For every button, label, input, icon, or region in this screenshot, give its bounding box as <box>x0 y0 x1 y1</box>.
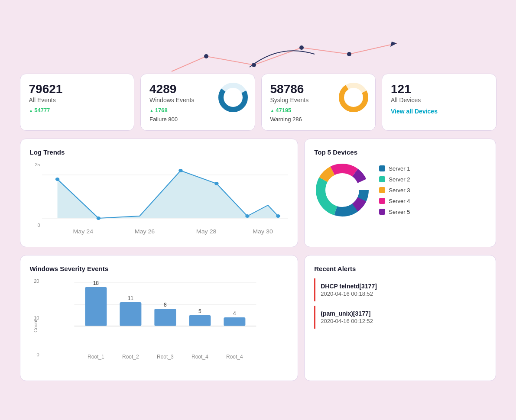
top5-title: Top 5 Devices <box>314 149 486 156</box>
dashboard: 79621 All Events 54777 4289 Windows Even… <box>20 39 497 381</box>
charts-row: Log Trends 25 0 <box>20 139 497 247</box>
y-label-0: 0 <box>37 223 40 228</box>
svg-point-16 <box>245 214 249 218</box>
bar-y-0: 0 <box>36 352 39 357</box>
alert-item-1: DHCP telnetd[3177] 2020-04-16 00:18:52 <box>314 278 486 301</box>
recent-alerts-card: Recent Alerts DHCP telnetd[3177] 2020-04… <box>304 255 496 381</box>
svg-marker-0 <box>390 42 397 47</box>
bar-chart-container: 18 Root_1 11 Root_2 8 Root_3 5 Root_4 <box>42 278 289 374</box>
alert-1-time: 2020-04-16 00:18:52 <box>321 291 486 297</box>
svg-text:Root_4: Root_4 <box>226 354 243 360</box>
svg-text:Root_2: Root_2 <box>122 354 139 360</box>
stat-cards: 79621 All Events 54777 4289 Windows Even… <box>20 74 497 131</box>
svg-point-2 <box>252 63 256 67</box>
alert-1-name: DHCP telnetd[3177] <box>321 283 486 290</box>
top-decoration <box>20 39 497 78</box>
svg-rect-43 <box>224 317 245 326</box>
line-chart-wrap: May 24 May 26 May 28 May 30 <box>42 162 289 240</box>
svg-rect-34 <box>120 302 141 326</box>
svg-text:May 26: May 26 <box>134 229 155 235</box>
legend-server4: Server 4 <box>379 198 410 204</box>
alert-2-time: 2020-04-16 00:12:52 <box>321 318 486 324</box>
svg-point-15 <box>214 182 218 185</box>
svg-text:18: 18 <box>93 280 99 286</box>
legend-server3: Server 3 <box>379 187 410 194</box>
legend-server2: Server 2 <box>379 176 410 183</box>
legend-server1: Server 1 <box>379 165 410 172</box>
top5-content: Server 1 Server 2 Server 3 Server 4 <box>314 162 486 218</box>
svg-point-14 <box>178 169 182 172</box>
svg-point-4 <box>347 52 351 56</box>
syslog-donut <box>338 82 369 113</box>
svg-point-17 <box>276 214 280 218</box>
legend-dot-server3 <box>379 187 385 193</box>
windows-events-card: 4289 Windows Events 1768 Failure 800 <box>140 74 255 131</box>
svg-rect-31 <box>85 287 107 326</box>
legend-dot-server1 <box>379 165 385 171</box>
syslog-events-card: 58786 Syslog Events 47195 Warning 286 <box>261 74 376 131</box>
svg-text:5: 5 <box>198 308 201 314</box>
svg-text:May 30: May 30 <box>253 229 273 235</box>
bottom-row: Windows Severity Events 20 10 0 <box>20 255 497 381</box>
legend-dot-server2 <box>379 176 385 182</box>
recent-alerts-title: Recent Alerts <box>314 265 486 272</box>
alerts-list: DHCP telnetd[3177] 2020-04-16 00:18:52 (… <box>314 278 486 329</box>
top5-donut <box>314 162 370 218</box>
all-events-label: All Events <box>29 97 126 103</box>
alert-2-name: (pam_unix)[3177] <box>321 310 486 317</box>
all-events-change: 54777 <box>29 107 126 113</box>
y-label-25: 25 <box>35 162 40 167</box>
svg-text:8: 8 <box>164 302 167 308</box>
svg-point-1 <box>204 54 208 58</box>
view-all-devices-link[interactable]: View all Devices <box>391 108 487 115</box>
svg-rect-37 <box>154 309 176 326</box>
severity-y-axis-label: Count <box>32 320 38 333</box>
all-events-number: 79621 <box>29 83 126 96</box>
severity-inner: 20 10 0 18 Root_1 <box>30 278 289 374</box>
windows-events-sub: Failure 800 <box>149 116 246 123</box>
svg-text:May 28: May 28 <box>196 229 216 235</box>
log-trends-title: Log Trends <box>30 149 289 156</box>
log-trends-card: Log Trends 25 0 <box>20 139 299 247</box>
windows-donut <box>217 82 249 113</box>
svg-text:May 24: May 24 <box>73 229 93 235</box>
svg-text:Root_4: Root_4 <box>191 354 208 360</box>
all-events-card: 79621 All Events 54777 <box>20 74 135 131</box>
svg-point-27 <box>326 174 359 207</box>
svg-text:Root_3: Root_3 <box>157 354 174 360</box>
svg-rect-40 <box>189 315 211 326</box>
legend-server5: Server 5 <box>379 209 410 215</box>
svg-text:Root_1: Root_1 <box>88 354 104 360</box>
syslog-events-sub: Warning 286 <box>270 116 367 123</box>
svg-point-12 <box>55 178 59 181</box>
severity-events-card: Windows Severity Events 20 10 0 <box>20 255 299 381</box>
bar-y-20: 20 <box>34 278 39 284</box>
log-trends-inner: 25 0 <box>30 162 289 240</box>
top5-devices-card: Top 5 Devices <box>304 139 496 247</box>
legend-dot-server4 <box>379 198 385 204</box>
svg-point-3 <box>299 45 304 50</box>
all-devices-number: 121 <box>391 83 487 96</box>
svg-text:11: 11 <box>127 295 133 301</box>
svg-point-13 <box>96 216 100 220</box>
severity-title: Windows Severity Events <box>30 265 289 272</box>
legend-dot-server5 <box>379 209 385 215</box>
top5-legend: Server 1 Server 2 Server 3 Server 4 <box>379 165 410 215</box>
alert-item-2: (pam_unix)[3177] 2020-04-16 00:12:52 <box>314 306 486 329</box>
all-devices-label: All Devices <box>391 97 487 103</box>
svg-text:4: 4 <box>233 310 236 317</box>
all-devices-card: 121 All Devices View all Devices <box>382 74 497 131</box>
